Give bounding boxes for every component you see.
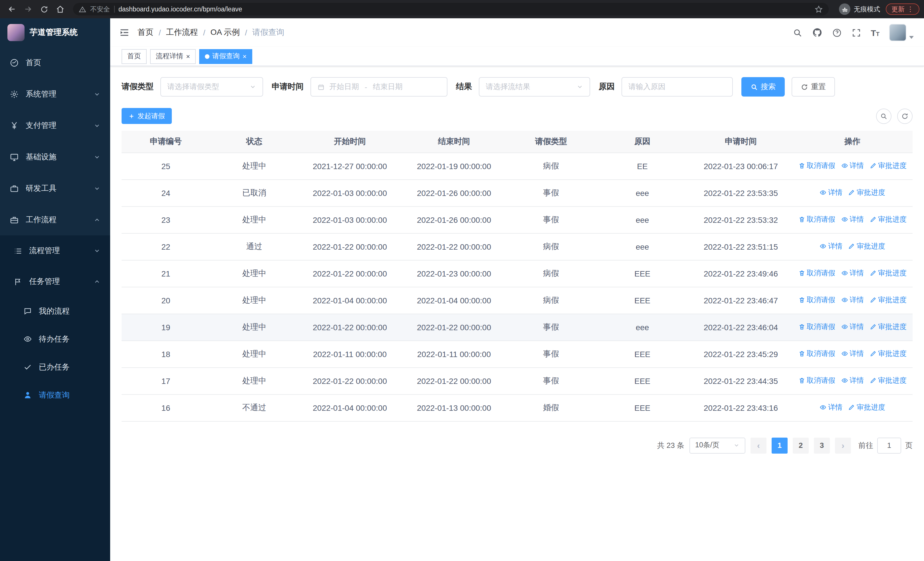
eye-icon (841, 350, 848, 357)
progress-action-link[interactable]: 审批进度 (870, 215, 907, 224)
detail-action-link[interactable]: 详情 (841, 269, 864, 278)
user-menu[interactable] (889, 24, 914, 41)
detail-action-link[interactable]: 详情 (841, 215, 864, 224)
refresh-table-button[interactable] (897, 108, 913, 124)
detail-action-link[interactable]: 详情 (841, 161, 864, 171)
browser-back-icon[interactable] (4, 2, 20, 17)
cell-status: 处理中 (210, 340, 298, 367)
cancel-action-link[interactable]: 取消请假 (798, 269, 835, 278)
cancel-action-link[interactable]: 取消请假 (798, 215, 835, 224)
cancel-action-link[interactable]: 取消请假 (798, 322, 835, 332)
toggle-search-button[interactable] (876, 108, 891, 124)
sidebar-item-process-management[interactable]: 流程管理 (0, 235, 110, 266)
sidebar-item-home[interactable]: 首页 (0, 47, 110, 78)
github-icon[interactable] (812, 27, 822, 38)
sidebar-item-done-tasks[interactable]: 已办任务 (0, 353, 110, 381)
progress-action-link[interactable]: 审批进度 (870, 161, 907, 171)
detail-action-link[interactable]: 详情 (841, 376, 864, 386)
browser-update-button[interactable]: 更新 ⋮ (886, 3, 920, 15)
tab-label: 首页 (127, 51, 141, 61)
font-size-icon[interactable]: TT (871, 28, 879, 37)
incognito-label: 无痕模式 (854, 5, 880, 14)
sidebar-item-todo-tasks[interactable]: 待办任务 (0, 325, 110, 353)
close-icon[interactable]: × (186, 53, 190, 60)
progress-action-link[interactable]: 审批进度 (870, 349, 907, 359)
goto-prefix: 前往 (858, 440, 873, 450)
sidebar-item-workflow[interactable]: 工作流程 (0, 204, 110, 235)
progress-action-link[interactable]: 审批进度 (870, 376, 907, 386)
page-button-1[interactable]: 1 (772, 437, 788, 453)
reset-button[interactable]: 重置 (792, 77, 835, 96)
sidebar-item-my-processes[interactable]: 我的流程 (0, 297, 110, 325)
browser-home-icon[interactable] (52, 2, 68, 17)
page-button-3[interactable]: 3 (814, 437, 830, 453)
goto-page-input[interactable] (877, 437, 901, 453)
detail-action-link[interactable]: 详情 (841, 295, 864, 305)
cancel-action-link[interactable]: 取消请假 (798, 161, 835, 171)
url-text[interactable]: dashboard.yudao.iocoder.cn/bpm/oa/leave (118, 6, 810, 12)
start-date-placeholder[interactable]: 开始日期 (329, 82, 359, 92)
sidebar-item-payment[interactable]: 支付管理 (0, 110, 110, 141)
search-button[interactable]: 搜索 (741, 77, 785, 96)
chat-icon (23, 307, 32, 315)
cell-reason: eee (595, 314, 689, 340)
detail-action-link[interactable]: 详情 (819, 188, 842, 198)
sidebar-item-system[interactable]: 系统管理 (0, 78, 110, 110)
bookmark-star-icon[interactable] (814, 5, 823, 14)
browser-menu-icon[interactable]: ⋮ (907, 5, 914, 13)
eye-icon (841, 378, 848, 384)
browser-reload-icon[interactable] (36, 2, 51, 17)
edit-icon (848, 190, 855, 196)
leave-type-select[interactable]: 请选择请假类型 (160, 77, 263, 96)
progress-action-link[interactable]: 审批进度 (848, 242, 885, 251)
sidebar-item-infrastructure[interactable]: 基础设施 (0, 141, 110, 173)
cell-actions: 详情审批进度 (792, 233, 913, 260)
progress-action-link[interactable]: 审批进度 (870, 295, 907, 305)
sidebar-logo[interactable]: 芋道管理系统 (0, 18, 110, 47)
result-select[interactable]: 请选择流结果 (479, 77, 590, 96)
detail-action-link[interactable]: 详情 (841, 349, 864, 359)
progress-action-link[interactable]: 审批进度 (848, 188, 885, 198)
help-icon[interactable] (832, 28, 842, 38)
cell-type: 病假 (507, 233, 595, 260)
sidebar-item-leave-query[interactable]: 请假查询 (0, 381, 110, 409)
end-date-placeholder[interactable]: 结束日期 (373, 82, 403, 92)
tab-leave-query[interactable]: 请假查询 × (199, 49, 252, 64)
page-button-2[interactable]: 2 (793, 437, 809, 453)
update-label[interactable]: 更新 (891, 5, 904, 14)
tab-process-detail[interactable]: 流程详情 × (150, 49, 196, 64)
apply-time-range-picker[interactable]: 开始日期 - 结束日期 (310, 77, 447, 96)
fullscreen-icon[interactable] (851, 28, 861, 38)
detail-action-link[interactable]: 详情 (819, 242, 842, 251)
edit-icon (870, 297, 876, 304)
progress-action-link[interactable]: 审批进度 (870, 269, 907, 278)
progress-action-link[interactable]: 审批进度 (870, 322, 907, 332)
security-label[interactable]: 不安全 (90, 5, 110, 14)
prev-page-button[interactable]: ‹ (750, 437, 766, 453)
col-header-reason: 原因 (595, 131, 689, 152)
tab-home[interactable]: 首页 (122, 49, 147, 64)
avatar[interactable] (889, 24, 906, 41)
sidebar-item-task-management[interactable]: 任务管理 (0, 266, 110, 297)
close-icon[interactable]: × (243, 53, 246, 60)
search-icon[interactable] (792, 28, 802, 38)
breadcrumb-item[interactable]: 首页 (138, 27, 153, 38)
cancel-action-link[interactable]: 取消请假 (798, 376, 835, 386)
table-row: 19处理中2022-01-22 00:00:002022-01-22 00:00… (122, 314, 913, 340)
address-bar[interactable]: 不安全 dashboard.yudao.iocoder.cn/bpm/oa/le… (73, 3, 829, 15)
date-range-separator: - (365, 83, 367, 91)
cancel-action-link[interactable]: 取消请假 (798, 295, 835, 305)
sidebar-item-devtools[interactable]: 研发工具 (0, 173, 110, 204)
sidebar-collapse-icon[interactable] (119, 27, 129, 38)
progress-action-link[interactable]: 审批进度 (848, 403, 885, 412)
page-size-select[interactable]: 10条/页 (689, 437, 746, 453)
next-page-button[interactable]: › (835, 437, 851, 453)
detail-action-link[interactable]: 详情 (819, 403, 842, 412)
create-leave-button[interactable]: 发起请假 (122, 108, 172, 124)
detail-action-link[interactable]: 详情 (841, 322, 864, 332)
eye-icon (841, 323, 848, 331)
reason-input[interactable]: 请输入原因 (621, 77, 733, 96)
browser-forward-icon[interactable] (21, 2, 35, 17)
breadcrumb-current: 请假查询 (252, 27, 284, 38)
cancel-action-link[interactable]: 取消请假 (798, 349, 835, 359)
